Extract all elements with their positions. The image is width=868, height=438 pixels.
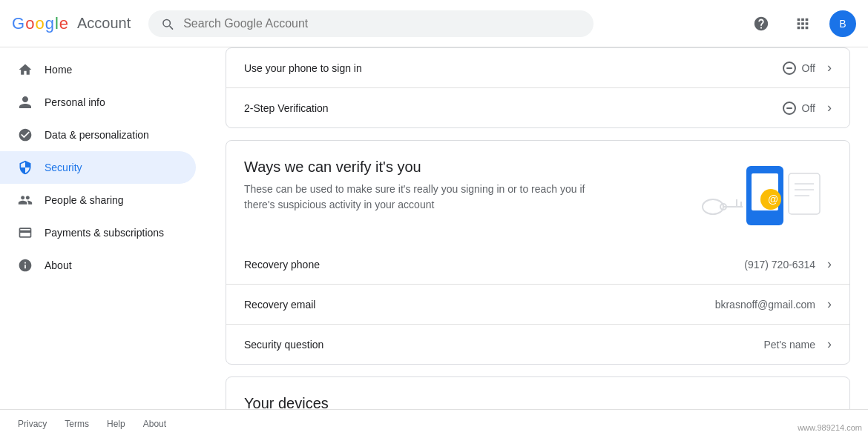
sidebar-label-data: Data & personalization — [45, 129, 149, 141]
signin-card: Use your phone to sign in Off › 2-Step V… — [226, 47, 850, 128]
sidebar-item-payments[interactable]: Payments & subscriptions — [0, 216, 196, 249]
devices-title: Your devices — [244, 395, 832, 409]
sidebar-label-payments: Payments & subscriptions — [45, 227, 164, 239]
phone-signin-chevron: › — [827, 60, 832, 76]
devices-header: Your devices You're currently signed in … — [226, 377, 849, 409]
avatar[interactable]: B — [829, 10, 856, 37]
logo-area: Google Account — [12, 14, 131, 33]
header-actions: B — [746, 9, 856, 39]
security-icon — [18, 160, 33, 175]
help-icon — [753, 16, 769, 32]
sidebar-item-security[interactable]: Security — [0, 151, 196, 184]
sidebar-item-data[interactable]: Data & personalization — [0, 119, 196, 151]
svg-rect-9 — [789, 173, 820, 214]
svg-text:@: @ — [768, 193, 778, 205]
sidebar-item-about[interactable]: About — [0, 249, 196, 282]
recovery-phone-row[interactable]: Recovery phone (917) 720-6314 › — [226, 245, 849, 285]
sidebar: Home Personal info Data & personalizatio… — [0, 47, 208, 409]
apps-icon — [795, 16, 811, 32]
off-indicator-2 — [783, 102, 796, 115]
home-icon — [18, 62, 33, 77]
data-icon — [18, 127, 33, 142]
security-question-value: Pet's name — [763, 339, 815, 351]
verify-title: Ways we can verify it's you — [244, 159, 683, 176]
help-button[interactable] — [746, 9, 776, 39]
two-step-chevron: › — [827, 100, 832, 116]
verify-description: These can be used to make sure it's real… — [244, 182, 600, 213]
sidebar-item-personal-info[interactable]: Personal info — [0, 86, 196, 119]
sidebar-label-people: People & sharing — [45, 194, 124, 206]
two-step-value: Off — [783, 102, 815, 115]
sidebar-label-security: Security — [45, 162, 82, 173]
verify-header: Ways we can verify it's you These can be… — [226, 141, 849, 245]
footer-about[interactable]: About — [143, 419, 166, 429]
content-area: Use your phone to sign in Off › 2-Step V… — [208, 47, 868, 409]
header: Google Account B — [0, 0, 868, 47]
recovery-phone-chevron: › — [827, 256, 832, 272]
two-step-label: 2-Step Verification — [244, 102, 783, 114]
apps-button[interactable] — [788, 9, 818, 39]
account-title: Account — [77, 15, 131, 32]
security-question-chevron: › — [827, 336, 832, 352]
verify-text: Ways we can verify it's you These can be… — [244, 159, 683, 213]
recovery-email-value: bkrasnoff@gmail.com — [715, 299, 815, 311]
google-logo: Google — [12, 14, 68, 33]
recovery-email-row[interactable]: Recovery email bkrasnoff@gmail.com › — [226, 285, 849, 325]
payment-icon — [18, 225, 33, 240]
sidebar-label-home: Home — [45, 64, 72, 76]
security-question-row[interactable]: Security question Pet's name › — [226, 325, 849, 364]
person-icon — [18, 95, 33, 110]
footer-privacy[interactable]: Privacy — [18, 419, 47, 429]
devices-card: Your devices You're currently signed in … — [226, 376, 850, 409]
sidebar-item-people[interactable]: People & sharing — [0, 184, 196, 216]
phone-signin-value: Off — [783, 62, 815, 75]
verify-illustration: @ — [683, 159, 832, 233]
off-indicator — [783, 62, 796, 75]
sidebar-label-about: About — [45, 259, 72, 271]
footer-terms[interactable]: Terms — [65, 419, 89, 429]
footer: Privacy Terms Help About — [0, 409, 868, 438]
recovery-email-chevron: › — [827, 296, 832, 312]
search-bar[interactable] — [148, 10, 594, 37]
two-step-row[interactable]: 2-Step Verification Off › — [226, 88, 849, 127]
info-icon — [18, 258, 33, 273]
security-question-label: Security question — [244, 339, 763, 351]
recovery-email-label: Recovery email — [244, 299, 715, 311]
sidebar-label-personal-info: Personal info — [45, 96, 105, 108]
verify-illustration-svg: @ — [691, 159, 824, 233]
main-layout: Home Personal info Data & personalizatio… — [0, 47, 868, 409]
phone-signin-label: Use your phone to sign in — [244, 62, 783, 74]
watermark: www.989214.com — [798, 423, 862, 432]
footer-help[interactable]: Help — [107, 419, 125, 429]
search-icon — [160, 16, 174, 31]
phone-signin-row[interactable]: Use your phone to sign in Off › — [226, 48, 849, 88]
search-input[interactable] — [183, 17, 582, 30]
people-icon — [18, 193, 33, 208]
sidebar-item-home[interactable]: Home — [0, 53, 196, 86]
recovery-phone-value: (917) 720-6314 — [744, 259, 815, 271]
recovery-phone-label: Recovery phone — [244, 259, 744, 271]
verify-card: Ways we can verify it's you These can be… — [226, 140, 850, 365]
